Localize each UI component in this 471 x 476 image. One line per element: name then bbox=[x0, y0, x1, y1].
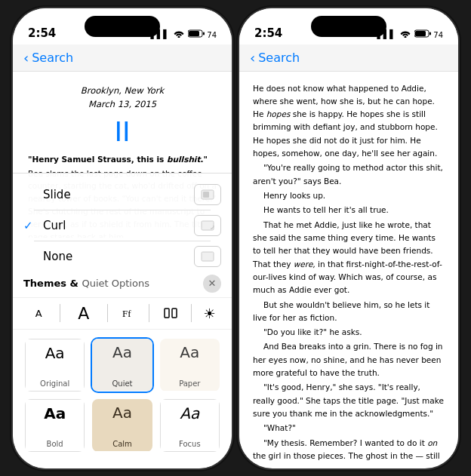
right-phone: 2:54 ▌▌▌ 74 ‹ Search He does not bbox=[239, 8, 458, 468]
battery-icon: 74 bbox=[188, 29, 217, 40]
theme-paper-preview: Aa bbox=[160, 339, 220, 378]
svg-text:Ff: Ff bbox=[122, 308, 131, 319]
transition-picker: Slide ✓ Curl bbox=[13, 174, 232, 272]
theme-original-card[interactable]: Aa Original bbox=[23, 337, 86, 393]
controls-row: A A Ff ☀ bbox=[13, 297, 232, 330]
book-header: Brooklyn, New York March 13, 2015 bbox=[28, 84, 217, 112]
right-back-chevron-icon: ‹ bbox=[250, 50, 255, 66]
right-back-label: Search bbox=[258, 51, 300, 65]
svg-rect-2 bbox=[203, 32, 205, 35]
divider-2 bbox=[107, 304, 108, 322]
font-large-button[interactable]: A bbox=[72, 301, 95, 326]
phones-container: 2:54 ▌▌▌ 74 ‹ Search Brooklyn, Ne bbox=[13, 8, 458, 468]
curl-check: ✓ bbox=[23, 219, 35, 232]
theme-focus-aa: Aa bbox=[180, 406, 199, 421]
theme-grid: Aa Original Aa Quiet Aa Paper bbox=[13, 333, 232, 453]
svg-rect-9 bbox=[172, 309, 177, 318]
wifi-icon bbox=[174, 29, 184, 40]
theme-quiet-card[interactable]: Aa Quiet bbox=[91, 337, 153, 393]
theme-quiet-aa: Aa bbox=[112, 345, 132, 360]
svg-rect-6 bbox=[202, 252, 214, 261]
divider-1 bbox=[60, 304, 60, 322]
theme-bold-aa: Aa bbox=[44, 406, 66, 421]
curl-icon-box bbox=[194, 215, 221, 236]
svg-rect-12 bbox=[429, 32, 431, 35]
theme-focus-label: Focus bbox=[160, 438, 220, 452]
right-time: 2:54 bbox=[254, 26, 282, 40]
close-button[interactable]: ✕ bbox=[203, 275, 221, 293]
picker-slide-row[interactable]: Slide bbox=[23, 180, 221, 210]
picker-curl-row[interactable]: ✓ Curl bbox=[23, 210, 221, 241]
svg-rect-4 bbox=[203, 192, 209, 198]
theme-calm-card[interactable]: Aa Calm bbox=[91, 398, 153, 453]
chapter-number: II bbox=[28, 117, 217, 147]
left-status-icons: ▌▌▌ 74 bbox=[150, 29, 217, 40]
picker-none-row[interactable]: None bbox=[23, 241, 221, 272]
right-content-area: He does not know what happened to Addie,… bbox=[239, 72, 458, 464]
slide-icon-box bbox=[194, 184, 221, 205]
brightness-button[interactable]: ☀ bbox=[203, 306, 215, 321]
none-label: None bbox=[43, 250, 72, 263]
curl-label: Curl bbox=[43, 219, 66, 232]
left-back-button[interactable]: ‹ Search bbox=[23, 50, 73, 66]
theme-bold-preview: Aa bbox=[25, 399, 85, 438]
themes-title: Themes & Quiet Options bbox=[23, 278, 149, 289]
dynamic-island bbox=[85, 16, 160, 37]
theme-bold-label: Bold bbox=[25, 438, 85, 452]
theme-calm-preview: Aa bbox=[92, 399, 152, 438]
theme-paper-label: Paper bbox=[160, 378, 220, 391]
theme-quiet-preview: Aa bbox=[92, 339, 152, 378]
theme-calm-label: Calm bbox=[92, 438, 152, 451]
back-label: Search bbox=[32, 51, 73, 65]
svg-rect-1 bbox=[189, 31, 199, 36]
right-back-button[interactable]: ‹ Search bbox=[250, 50, 300, 66]
right-nav-bar: ‹ Search bbox=[239, 45, 458, 72]
theme-original-aa: Aa bbox=[45, 345, 65, 361]
back-chevron-icon: ‹ bbox=[23, 50, 29, 66]
theme-focus-preview: Aa bbox=[160, 399, 220, 438]
theme-paper-card[interactable]: Aa Paper bbox=[159, 337, 221, 393]
theme-calm-aa: Aa bbox=[112, 405, 132, 420]
theme-original-label: Original bbox=[25, 378, 85, 392]
left-nav-bar: ‹ Search bbox=[13, 45, 232, 72]
themes-header: Themes & Quiet Options ✕ bbox=[13, 272, 232, 294]
font-small-button[interactable]: A bbox=[29, 305, 48, 322]
theme-original-preview: Aa bbox=[25, 339, 85, 378]
svg-rect-8 bbox=[165, 309, 169, 318]
divider-3 bbox=[149, 304, 149, 322]
layout-button[interactable] bbox=[162, 304, 180, 322]
right-status-icons: ▌▌▌ 74 bbox=[377, 29, 443, 40]
theme-quiet-label: Quiet bbox=[92, 378, 152, 391]
left-time: 2:54 bbox=[28, 26, 56, 40]
right-wifi-icon bbox=[400, 29, 411, 40]
theme-bold-card[interactable]: Aa Bold bbox=[23, 398, 86, 453]
bottom-panel: Slide ✓ Curl bbox=[13, 173, 232, 468]
theme-focus-card[interactable]: Aa Focus bbox=[159, 398, 221, 453]
theme-paper-aa: Aa bbox=[180, 345, 199, 360]
right-dynamic-island bbox=[311, 16, 386, 37]
right-book-content: He does not know what happened to Addie,… bbox=[239, 72, 458, 464]
svg-rect-11 bbox=[415, 31, 426, 36]
slide-label: Slide bbox=[43, 188, 71, 201]
divider-4 bbox=[191, 304, 192, 322]
font-selector-button[interactable]: Ff bbox=[119, 304, 137, 322]
left-phone: 2:54 ▌▌▌ 74 ‹ Search Brooklyn, Ne bbox=[13, 8, 232, 468]
none-icon-box bbox=[194, 246, 221, 267]
right-battery-icon: 74 bbox=[414, 29, 443, 40]
